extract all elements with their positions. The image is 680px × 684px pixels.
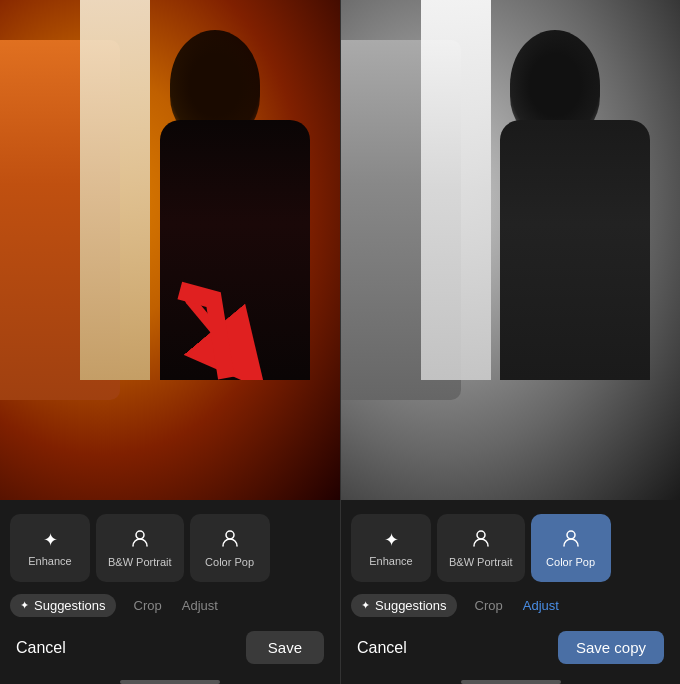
right-color-pop-icon: [562, 529, 580, 552]
cloth-decoration-right: [421, 0, 491, 380]
left-home-indicator: [0, 676, 340, 684]
right-suggestions-tab-label: Suggestions: [375, 598, 447, 613]
left-enhance-label: Enhance: [28, 555, 71, 567]
left-tab-row: ✦ Suggestions Crop Adjust: [0, 590, 340, 623]
right-tab-row: ✦ Suggestions Crop Adjust: [341, 590, 680, 623]
right-panel: ✦ Enhance B&W Portrait: [340, 0, 680, 684]
right-bw-icon: [472, 529, 490, 552]
color-pop-icon-left: [221, 529, 239, 552]
right-save-copy-button[interactable]: Save copy: [558, 631, 664, 664]
right-bottom-bar: ✦ Enhance B&W Portrait: [341, 500, 680, 684]
right-photo-area: [341, 0, 680, 500]
person-body-right: [500, 120, 650, 380]
cloth-decoration-left: [80, 0, 150, 380]
right-adjust-tab-label: Adjust: [523, 598, 559, 613]
left-tab-crop[interactable]: Crop: [132, 594, 164, 617]
left-suggestions-tab-label: Suggestions: [34, 598, 106, 613]
left-tab-adjust[interactable]: Adjust: [180, 594, 220, 617]
left-color-pop-label: Color Pop: [205, 556, 254, 568]
bw-portrait-icon: [131, 529, 149, 552]
left-suggestions-row: ✦ Enhance B&W Portrait: [0, 508, 340, 590]
left-bw-portrait-button[interactable]: B&W Portrait: [96, 514, 184, 582]
svg-point-3: [136, 531, 144, 539]
left-home-bar: [120, 680, 220, 684]
right-suggestions-sparkle-icon: ✦: [361, 599, 370, 612]
arrow-overlay: [160, 280, 270, 380]
right-tab-adjust[interactable]: Adjust: [521, 594, 561, 617]
right-photo-canvas: [341, 0, 680, 500]
left-adjust-tab-label: Adjust: [182, 598, 218, 613]
svg-point-5: [477, 531, 485, 539]
svg-point-6: [567, 531, 575, 539]
left-photo-area: [0, 0, 340, 500]
right-home-bar: [461, 680, 561, 684]
right-tab-crop[interactable]: Crop: [473, 594, 505, 617]
left-cancel-button[interactable]: Cancel: [16, 639, 66, 657]
svg-marker-2: [160, 282, 254, 380]
right-enhance-button[interactable]: ✦ Enhance: [351, 514, 431, 582]
left-enhance-button[interactable]: ✦ Enhance: [10, 514, 90, 582]
suggestions-sparkle-icon: ✦: [20, 599, 29, 612]
right-color-pop-label: Color Pop: [546, 556, 595, 568]
right-tab-suggestions[interactable]: ✦ Suggestions: [351, 594, 457, 617]
left-panel: ✦ Enhance B&W Portrait: [0, 0, 340, 684]
right-suggestions-row: ✦ Enhance B&W Portrait: [341, 508, 680, 590]
left-action-row: Cancel Save: [0, 623, 340, 676]
right-color-pop-button[interactable]: Color Pop: [531, 514, 611, 582]
right-action-row: Cancel Save copy: [341, 623, 680, 676]
right-home-indicator: [341, 676, 680, 684]
left-color-pop-button[interactable]: Color Pop: [190, 514, 270, 582]
left-tab-suggestions[interactable]: ✦ Suggestions: [10, 594, 116, 617]
left-photo-canvas: [0, 0, 340, 500]
enhance-icon: ✦: [43, 529, 58, 551]
left-bottom-bar: ✦ Enhance B&W Portrait: [0, 500, 340, 684]
left-save-button[interactable]: Save: [246, 631, 324, 664]
right-bw-label: B&W Portrait: [449, 556, 513, 568]
left-bw-label: B&W Portrait: [108, 556, 172, 568]
right-enhance-label: Enhance: [369, 555, 412, 567]
right-bw-portrait-button[interactable]: B&W Portrait: [437, 514, 525, 582]
right-cancel-button[interactable]: Cancel: [357, 639, 407, 657]
svg-point-4: [226, 531, 234, 539]
right-enhance-icon: ✦: [384, 529, 399, 551]
right-crop-tab-label: Crop: [475, 598, 503, 613]
left-crop-tab-label: Crop: [134, 598, 162, 613]
